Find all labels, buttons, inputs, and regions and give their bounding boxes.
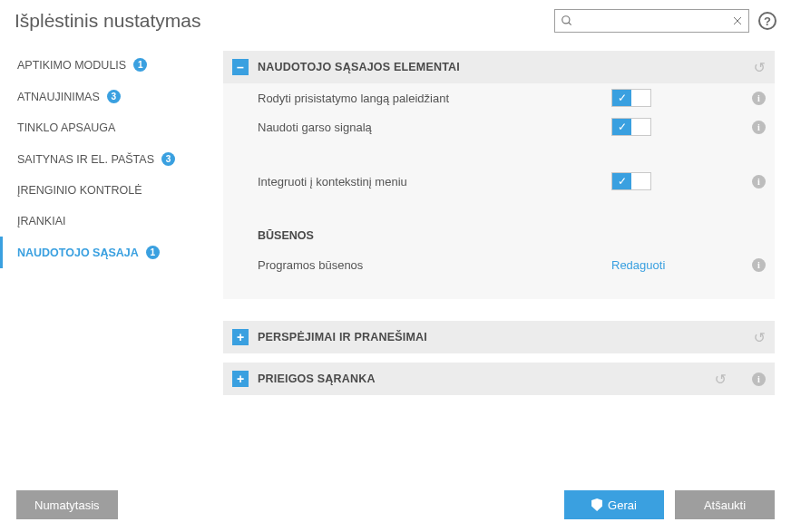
info-icon[interactable]: i: [752, 258, 766, 272]
clear-icon[interactable]: [732, 15, 743, 26]
help-icon[interactable]: ?: [758, 12, 776, 30]
badge-icon: 3: [107, 90, 121, 103]
svg-line-1: [569, 23, 571, 25]
sidebar-item-label: SAITYNAS IR EL. PAŠTAS: [17, 153, 154, 166]
section-header-access[interactable]: + PRIEIGOS SĄRANKA ↻ i: [223, 363, 775, 395]
expand-icon[interactable]: +: [232, 329, 249, 345]
expand-icon[interactable]: +: [232, 371, 249, 387]
content: – NAUDOTOJO SĄSAJOS ELEMENTAI ↻ Rodyti p…: [223, 38, 791, 478]
button-label: Atšaukti: [704, 498, 746, 512]
collapse-icon[interactable]: –: [232, 59, 249, 75]
row-program-statuses: Programos būsenos Redaguoti i: [223, 250, 775, 279]
panel-ui-elements: – NAUDOTOJO SĄSAJOS ELEMENTAI ↻ Rodyti p…: [223, 51, 775, 299]
row-splash: Rodyti prisistatymo langą paleidžiant ✓ …: [223, 83, 775, 112]
shield-icon: [591, 498, 602, 511]
gap: [223, 279, 775, 299]
default-button[interactable]: Numatytasis: [16, 490, 118, 519]
sidebar-item-label: NAUDOTOJO SĄSAJA: [17, 247, 139, 259]
section-title: NAUDOTOJO SĄSAJOS ELEMENTAI: [258, 61, 745, 73]
cancel-button[interactable]: Atšaukti: [675, 490, 775, 519]
sidebar-item-network[interactable]: TINKLO APSAUGA: [0, 112, 223, 143]
info-icon[interactable]: i: [752, 372, 766, 386]
undo-icon[interactable]: ↻: [715, 371, 727, 388]
info-icon[interactable]: i: [752, 175, 766, 189]
sidebar-item-label: ĮRENGINIO KONTROLĖ: [17, 184, 142, 197]
sidebar-item-label: APTIKIMO MODULIS: [17, 59, 126, 72]
sidebar-item-label: ATNAUJINIMAS: [17, 91, 100, 103]
badge-icon: 1: [133, 58, 147, 72]
row-label: Rodyti prisistatymo langą paleidžiant: [258, 92, 611, 105]
sidebar-item-update[interactable]: ATNAUJINIMAS 3: [0, 81, 223, 112]
section-title: PERSPĖJIMAI IR PRANEŠIMAI: [258, 331, 745, 343]
badge-icon: 1: [146, 246, 160, 259]
sidebar: APTIKIMO MODULIS 1 ATNAUJINIMAS 3 TINKLO…: [0, 38, 223, 478]
sidebar-item-label: TINKLO APSAUGA: [17, 121, 115, 134]
header-right: ?: [554, 9, 776, 33]
header: Išplėstinis nustatymas ?: [0, 0, 791, 38]
row-label: Integruoti į kontekstinį meniu: [258, 175, 611, 189]
footer: Numatytasis Gerai Atšaukti: [0, 479, 791, 532]
page-title: Išplėstinis nustatymas: [15, 10, 200, 32]
toggle-context[interactable]: ✓: [611, 172, 651, 190]
toggle-splash[interactable]: ✓: [611, 89, 651, 107]
section-header-alerts[interactable]: + PERSPĖJIMAI IR PRANEŠIMAI ↻: [223, 321, 775, 353]
body: APTIKIMO MODULIS 1 ATNAUJINIMAS 3 TINKLO…: [0, 38, 791, 478]
search-icon: [561, 15, 573, 27]
gap: [223, 141, 775, 167]
section-header-ui: – NAUDOTOJO SĄSAJOS ELEMENTAI ↻: [223, 51, 775, 83]
button-label: Numatytasis: [34, 498, 100, 512]
subheader-statuses: BŪSENOS: [223, 221, 775, 250]
check-icon: ✓: [612, 119, 631, 135]
badge-icon: 3: [161, 152, 175, 166]
svg-point-0: [562, 16, 570, 24]
ok-button[interactable]: Gerai: [564, 490, 664, 519]
row-sound: Naudoti garso signalą ✓ i: [223, 112, 775, 141]
toggle-sound[interactable]: ✓: [611, 118, 651, 136]
undo-icon[interactable]: ↻: [754, 329, 766, 346]
button-label: Gerai: [608, 498, 637, 512]
panel-access: + PRIEIGOS SĄRANKA ↻ i: [223, 363, 775, 395]
info-icon[interactable]: i: [752, 92, 766, 105]
row-context-menu: Integruoti į kontekstinį meniu ✓ i: [223, 167, 775, 196]
sidebar-item-tools[interactable]: ĮRANKIAI: [0, 206, 223, 237]
edit-link[interactable]: Redaguoti: [611, 258, 665, 272]
sidebar-item-user-interface[interactable]: NAUDOTOJO SĄSAJA 1: [0, 237, 223, 268]
row-label: Programos būsenos: [258, 258, 611, 272]
sidebar-item-web-email[interactable]: SAITYNAS IR EL. PAŠTAS 3: [0, 143, 223, 175]
section-title: PRIEIGOS SĄRANKA: [258, 372, 706, 385]
gap: [223, 196, 775, 221]
sidebar-item-device-control[interactable]: ĮRENGINIO KONTROLĖ: [0, 175, 223, 206]
sidebar-item-label: ĮRANKIAI: [17, 215, 66, 227]
undo-icon[interactable]: ↻: [754, 59, 766, 76]
row-label: Naudoti garso signalą: [258, 121, 611, 134]
search-box[interactable]: [554, 9, 749, 33]
info-icon[interactable]: i: [752, 121, 766, 134]
sidebar-item-detection[interactable]: APTIKIMO MODULIS 1: [0, 49, 223, 81]
search-input[interactable]: [573, 15, 732, 28]
check-icon: ✓: [612, 90, 631, 106]
panel-alerts: + PERSPĖJIMAI IR PRANEŠIMAI ↻: [223, 321, 775, 353]
check-icon: ✓: [612, 173, 631, 189]
